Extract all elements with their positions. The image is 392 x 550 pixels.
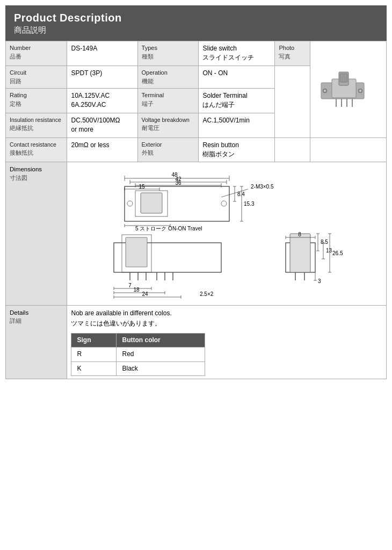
dimensions-drawing: 48 42 36 15 bbox=[67, 162, 387, 305]
label-exterior: Exterior 外観 bbox=[137, 138, 199, 162]
sign-row-r: R Red bbox=[71, 348, 205, 361]
spec-table: Number 品番 DS-149A Types 種類 Slide switch … bbox=[5, 41, 387, 379]
label-dimensions: Dimensions 寸法図 bbox=[6, 162, 67, 305]
svg-rect-49 bbox=[126, 237, 147, 267]
svg-text:15: 15 bbox=[139, 184, 146, 190]
sign-k: K bbox=[71, 361, 117, 375]
svg-text:2-M3×0.5: 2-M3×0.5 bbox=[251, 184, 274, 190]
svg-point-16 bbox=[221, 201, 227, 206]
sign-r: R bbox=[71, 348, 117, 361]
label-voltage: Voltage breakdown 耐電圧 bbox=[137, 113, 199, 138]
row-dimensions: Dimensions 寸法図 bbox=[6, 162, 387, 305]
header-section: Product Description 商品説明 bbox=[5, 5, 387, 41]
svg-point-10 bbox=[324, 90, 326, 92]
svg-rect-5 bbox=[340, 74, 347, 82]
label-circuit: Circuit 回路 bbox=[6, 66, 67, 88]
label-operation: Operation 機能 bbox=[137, 66, 199, 88]
label-rating: Rating 定格 bbox=[6, 88, 67, 113]
header-title-ja: 商品説明 bbox=[14, 25, 378, 35]
svg-text:5 ストローク  ON-ON Travel: 5 ストローク ON-ON Travel bbox=[135, 226, 202, 231]
svg-text:15.3: 15.3 bbox=[244, 201, 255, 207]
label-insulation: Insulation resistance 絶縁抵抗 bbox=[6, 113, 67, 138]
page-wrapper: Product Description 商品説明 Number 品番 DS-14… bbox=[0, 0, 392, 385]
dimension-svg: 48 42 36 15 bbox=[76, 165, 377, 299]
svg-point-11 bbox=[359, 90, 361, 92]
value-operation: ON - ON bbox=[199, 66, 275, 88]
svg-text:8.4: 8.4 bbox=[237, 191, 245, 197]
svg-text:26.5: 26.5 bbox=[332, 250, 343, 256]
value-types: Slide switch スライドスイッチ bbox=[199, 41, 275, 66]
details-content: Nob are available in different colos. ツマ… bbox=[67, 305, 387, 379]
sign-table: Sign Button color R Red K Black bbox=[71, 333, 205, 376]
row-details: Details 詳細 Nob are available in differen… bbox=[6, 305, 387, 379]
svg-point-15 bbox=[127, 201, 133, 206]
label-contact: Contact resistance 接触抵抗 bbox=[6, 138, 67, 162]
empty-cell bbox=[275, 138, 310, 162]
color-col-header: Button color bbox=[117, 334, 205, 348]
svg-rect-14 bbox=[141, 193, 162, 213]
svg-text:13: 13 bbox=[326, 248, 332, 254]
value-insulation: DC.500V/100MΩ or more bbox=[67, 113, 137, 138]
sign-col-header: Sign bbox=[71, 334, 117, 348]
color-red: Red bbox=[117, 348, 205, 361]
label-details: Details 詳細 bbox=[6, 305, 67, 379]
color-black: Black bbox=[117, 361, 205, 375]
value-voltage: AC.1,500V/1min bbox=[199, 113, 275, 138]
sign-table-header-row: Sign Button color bbox=[71, 334, 205, 348]
label-number: Number 品番 bbox=[6, 41, 67, 66]
svg-text:2.5×2: 2.5×2 bbox=[200, 291, 214, 297]
svg-text:8.5: 8.5 bbox=[321, 239, 328, 245]
row-contact: Contact resistance 接触抵抗 20mΩ or less Ext… bbox=[6, 138, 387, 162]
svg-text:36: 36 bbox=[176, 180, 182, 186]
svg-text:3: 3 bbox=[318, 278, 321, 284]
value-rating: 10A.125V.AC 6A.250V.AC bbox=[67, 88, 137, 113]
label-terminal: Terminal 端子 bbox=[137, 88, 199, 113]
product-photo-svg bbox=[318, 64, 378, 112]
value-circuit: SPDT (3P) bbox=[67, 66, 137, 88]
sign-table-body: R Red K Black bbox=[71, 348, 205, 376]
svg-text:7: 7 bbox=[128, 283, 132, 288]
value-contact: 20mΩ or less bbox=[67, 138, 137, 162]
details-text: Nob are available in different colos. ツマ… bbox=[71, 308, 382, 329]
value-number: DS-149A bbox=[67, 41, 137, 66]
label-photo: Photo 写真 bbox=[275, 41, 310, 66]
value-exterior: Resin button 樹脂ボタン bbox=[199, 138, 275, 162]
row-number: Number 品番 DS-149A Types 種類 Slide switch … bbox=[6, 41, 387, 66]
svg-text:24: 24 bbox=[142, 291, 149, 297]
svg-rect-12 bbox=[125, 186, 229, 221]
sign-row-k: K Black bbox=[71, 361, 205, 375]
photo-cell bbox=[310, 41, 386, 138]
label-types: Types 種類 bbox=[137, 41, 199, 66]
svg-text:8: 8 bbox=[298, 231, 301, 237]
svg-rect-69 bbox=[290, 234, 310, 272]
svg-text:18: 18 bbox=[134, 287, 140, 293]
value-terminal: Solder Terminal はんだ端子 bbox=[199, 88, 275, 113]
header-title-en: Product Description bbox=[14, 12, 378, 24]
